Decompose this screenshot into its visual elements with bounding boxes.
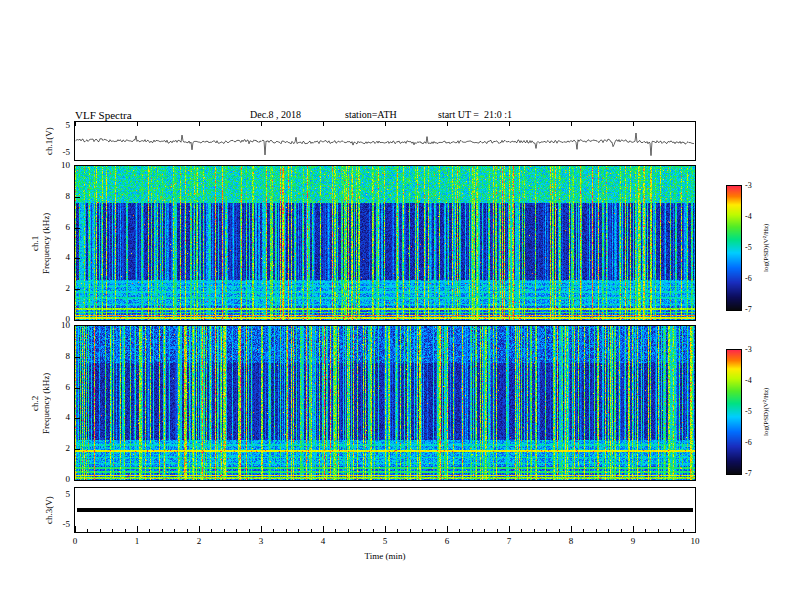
bottom-axis-major-tick-mark bbox=[323, 526, 324, 532]
x-tick-label: 5 bbox=[375, 536, 395, 546]
bottom-axis-minor-tick-mark bbox=[149, 529, 150, 532]
bottom-axis-major-tick-mark bbox=[75, 526, 76, 532]
ch3-wave-y-tick-label: -5 bbox=[50, 519, 70, 529]
bottom-axis-major-tick-mark bbox=[509, 526, 510, 532]
ch1-frequency-axis-label: ch.1 Frequency (kHz) bbox=[30, 165, 52, 321]
ch1-spec-y-tick-label: 6 bbox=[50, 222, 70, 232]
bottom-axis-minor-tick-mark bbox=[373, 529, 374, 532]
ch1-spectrogram-canvas bbox=[75, 166, 695, 320]
bottom-axis-minor-tick-mark bbox=[472, 529, 473, 532]
bottom-axis-minor-tick-mark bbox=[335, 529, 336, 532]
plot-title: VLF Spectra bbox=[75, 109, 132, 121]
bottom-axis-major-tick-mark bbox=[447, 526, 448, 532]
bottom-axis-major-tick-mark bbox=[571, 526, 572, 532]
colorbar-1-tick-label: -5 bbox=[745, 243, 765, 252]
x-tick-label: 8 bbox=[561, 536, 581, 546]
top-axis-tick-mark bbox=[323, 122, 324, 126]
bottom-axis-minor-tick-mark bbox=[87, 529, 88, 532]
colorbar-2-tick-label: -6 bbox=[745, 438, 765, 447]
x-tick-label: 0 bbox=[65, 536, 85, 546]
time-axis-label: Time (min) bbox=[75, 551, 695, 561]
bottom-axis-minor-tick-mark bbox=[621, 529, 622, 532]
ch1-spectrogram-panel bbox=[74, 165, 696, 321]
plot-start-ut: start UT = 21:0 :1 bbox=[438, 109, 512, 120]
bottom-axis-minor-tick-mark bbox=[497, 529, 498, 532]
bottom-axis-minor-tick-mark bbox=[273, 529, 274, 532]
colorbar-2-tick-label: -4 bbox=[745, 376, 765, 385]
bottom-axis-minor-tick-mark bbox=[484, 529, 485, 532]
x-tick-label: 9 bbox=[623, 536, 643, 546]
bottom-axis-minor-tick-mark bbox=[236, 529, 237, 532]
bottom-axis-major-tick-mark bbox=[695, 526, 696, 532]
ch1-frequency-label: Frequency (kHz) bbox=[41, 165, 52, 321]
spec-y-tick-mark bbox=[75, 357, 80, 358]
colorbar-1-tick-label: -4 bbox=[745, 212, 765, 221]
ch2-frequency-label: Frequency (kHz) bbox=[41, 325, 52, 481]
colorbar-1-tick-label: -3 bbox=[745, 181, 765, 190]
spec-y-tick-mark bbox=[75, 228, 80, 229]
bottom-axis-minor-tick-mark bbox=[559, 529, 560, 532]
x-tick-label: 1 bbox=[127, 536, 147, 546]
bottom-axis-minor-tick-mark bbox=[174, 529, 175, 532]
bottom-axis-minor-tick-mark bbox=[670, 529, 671, 532]
bottom-axis-major-tick-mark bbox=[385, 526, 386, 532]
ch2-spec-y-tick-label: 8 bbox=[50, 351, 70, 361]
bottom-axis-minor-tick-mark bbox=[645, 529, 646, 532]
bottom-axis-minor-tick-mark bbox=[459, 529, 460, 532]
bottom-axis-minor-tick-mark bbox=[583, 529, 584, 532]
ch1-spec-y-tick-label: 2 bbox=[50, 283, 70, 293]
spec-y-tick-mark bbox=[75, 449, 80, 450]
bottom-axis-minor-tick-mark bbox=[683, 529, 684, 532]
bottom-axis-minor-tick-mark bbox=[410, 529, 411, 532]
ch2-spec-y-tick-label: 2 bbox=[50, 443, 70, 453]
bottom-axis-minor-tick-mark bbox=[422, 529, 423, 532]
top-axis-tick-mark bbox=[695, 122, 696, 126]
bottom-axis-major-tick-mark bbox=[199, 526, 200, 532]
ch1-spec-y-tick-label: 10 bbox=[50, 160, 70, 170]
ch2-spec-y-tick-label: 6 bbox=[50, 382, 70, 392]
vlf-spectra-figure: VLF Spectra Dec.8 , 2018 station=ATH sta… bbox=[0, 0, 792, 612]
bottom-axis-minor-tick-mark bbox=[298, 529, 299, 532]
ch2-spec-y-tick-label: 10 bbox=[50, 320, 70, 330]
ch2-colorbar-canvas bbox=[727, 350, 741, 474]
ch2-colorbar bbox=[726, 349, 742, 475]
plot-date: Dec.8 , 2018 bbox=[250, 109, 301, 120]
bottom-axis-minor-tick-mark bbox=[534, 529, 535, 532]
spec-y-tick-mark bbox=[75, 418, 80, 419]
spec-y-tick-mark bbox=[75, 289, 80, 290]
x-tick-label: 10 bbox=[685, 536, 705, 546]
spec-y-tick-mark bbox=[75, 258, 80, 259]
ch1-spec-y-tick-label: 8 bbox=[50, 191, 70, 201]
ch2-spectrogram-canvas bbox=[75, 326, 695, 480]
ch1-colorbar bbox=[726, 185, 742, 311]
top-axis-tick-mark bbox=[571, 122, 572, 126]
top-axis-tick-mark bbox=[261, 122, 262, 126]
bottom-axis-major-tick-mark bbox=[261, 526, 262, 532]
plot-station: station=ATH bbox=[345, 109, 397, 120]
x-tick-label: 3 bbox=[251, 536, 271, 546]
ch2-spectrogram-panel bbox=[74, 325, 696, 481]
top-axis-tick-mark bbox=[447, 122, 448, 126]
bottom-axis-minor-tick-mark bbox=[249, 529, 250, 532]
colorbar-2-tick-label: -7 bbox=[745, 469, 765, 478]
bottom-axis-minor-tick-mark bbox=[397, 529, 398, 532]
ch1-channel-label: ch.1 bbox=[30, 165, 41, 321]
spec-y-tick-mark bbox=[75, 388, 80, 389]
x-tick-label: 6 bbox=[437, 536, 457, 546]
bottom-axis-major-tick-mark bbox=[633, 526, 634, 532]
ch3-wave-y-tick-label: 5 bbox=[50, 489, 70, 499]
colorbar-1-tick-label: -6 bbox=[745, 274, 765, 283]
bottom-axis-minor-tick-mark bbox=[224, 529, 225, 532]
top-axis-tick-mark bbox=[633, 122, 634, 126]
bottom-axis-minor-tick-mark bbox=[286, 529, 287, 532]
bottom-axis-minor-tick-mark bbox=[162, 529, 163, 532]
bottom-axis-major-tick-mark bbox=[137, 526, 138, 532]
x-tick-label: 7 bbox=[499, 536, 519, 546]
colorbar-2-tick-label: -3 bbox=[745, 345, 765, 354]
bottom-axis-minor-tick-mark bbox=[608, 529, 609, 532]
bottom-axis-minor-tick-mark bbox=[125, 529, 126, 532]
bottom-axis-minor-tick-mark bbox=[211, 529, 212, 532]
top-axis-tick-mark bbox=[75, 122, 76, 126]
ch2-channel-label: ch.2 bbox=[30, 325, 41, 481]
colorbar-1-tick-label: -7 bbox=[745, 305, 765, 314]
